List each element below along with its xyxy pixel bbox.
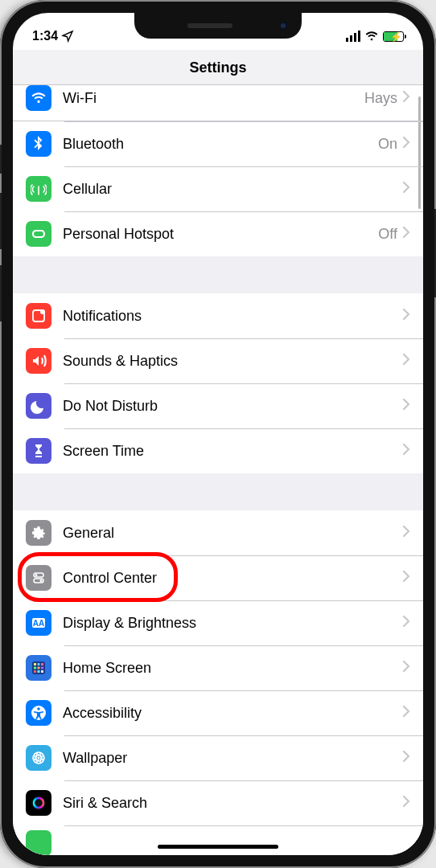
controlcenter-icon — [26, 565, 51, 591]
dnd-icon — [26, 393, 51, 419]
wifi-status-icon — [365, 30, 378, 43]
sounds-icon — [26, 348, 51, 374]
chevron-right-icon — [402, 570, 410, 586]
settings-row-display-brightness[interactable]: Display & Brightness — [13, 600, 423, 645]
settings-row-sounds-haptics[interactable]: Sounds & Haptics — [13, 338, 423, 383]
screentime-icon — [26, 438, 51, 464]
row-value: On — [378, 136, 397, 153]
bluetooth-icon — [26, 131, 51, 157]
settings-row-accessibility[interactable]: Accessibility — [13, 690, 423, 735]
chevron-right-icon — [402, 181, 410, 197]
chevron-right-icon — [402, 660, 410, 676]
row-label: Do Not Disturb — [63, 398, 402, 415]
row-label: Accessibility — [63, 705, 402, 722]
notch — [134, 13, 302, 39]
notifications-icon — [26, 303, 51, 329]
screen: 1:34 ⚡ Settings Wi-FiHaysBluetoothOnCell… — [13, 13, 423, 855]
section-separator — [13, 256, 423, 293]
settings-row-wallpaper[interactable]: Wallpaper — [13, 735, 423, 780]
chevron-right-icon — [402, 443, 410, 459]
chevron-right-icon — [402, 398, 410, 414]
row-label: Notifications — [63, 308, 402, 325]
homescreen-icon — [26, 655, 51, 681]
device-frame: 1:34 ⚡ Settings Wi-FiHaysBluetoothOnCell… — [0, 0, 436, 868]
settings-row-notifications[interactable]: Notifications — [13, 293, 423, 338]
row-value: Off — [378, 226, 397, 243]
settings-row-wi-fi[interactable]: Wi-FiHays — [13, 85, 423, 121]
row-label: Wi-Fi — [63, 90, 364, 107]
row-label: Personal Hotspot — [63, 226, 378, 243]
home-indicator[interactable] — [158, 845, 278, 849]
chevron-right-icon — [402, 615, 410, 631]
row-label: Cellular — [63, 181, 402, 198]
chevron-right-icon — [402, 90, 410, 106]
chevron-right-icon — [402, 705, 410, 721]
settings-list[interactable]: Wi-FiHaysBluetoothOnCellularPersonal Hot… — [13, 85, 423, 855]
volume-up — [0, 193, 2, 249]
settings-row-general[interactable]: General — [13, 510, 423, 555]
row-label: Control Center — [63, 570, 402, 587]
chevron-right-icon — [402, 750, 410, 766]
settings-row-control-center[interactable]: Control Center — [13, 555, 423, 600]
wallpaper-icon — [26, 745, 51, 771]
status-time: 1:34 — [32, 29, 58, 43]
accessibility-icon — [26, 700, 51, 726]
hotspot-icon — [26, 221, 51, 247]
settings-row-personal-hotspot[interactable]: Personal HotspotOff — [13, 211, 423, 256]
cellular-icon — [26, 176, 51, 202]
settings-row-next[interactable] — [13, 825, 423, 855]
row-label: Screen Time — [63, 443, 402, 460]
chevron-right-icon — [402, 136, 410, 152]
chevron-right-icon — [402, 795, 410, 811]
settings-row-bluetooth[interactable]: BluetoothOn — [13, 121, 423, 166]
chevron-right-icon — [402, 525, 410, 541]
settings-row-siri-search[interactable]: Siri & Search — [13, 780, 423, 825]
row-label: Sounds & Haptics — [63, 353, 402, 370]
nav-title: Settings — [13, 50, 423, 85]
row-label: Display & Brightness — [63, 615, 402, 632]
row-label: Home Screen — [63, 660, 402, 677]
row-value: Hays — [364, 90, 397, 107]
chevron-right-icon — [402, 308, 410, 324]
settings-row-home-screen[interactable]: Home Screen — [13, 645, 423, 690]
location-icon — [61, 30, 74, 43]
settings-row-cellular[interactable]: Cellular — [13, 166, 423, 211]
next-partial — [26, 830, 51, 855]
wifi-icon — [26, 85, 51, 111]
charging-icon: ⚡ — [390, 31, 402, 43]
chevron-right-icon — [402, 353, 410, 369]
chevron-right-icon — [402, 226, 410, 242]
settings-row-screen-time[interactable]: Screen Time — [13, 428, 423, 473]
volume-down — [0, 265, 2, 321]
display-icon — [26, 610, 51, 636]
mute-switch — [0, 145, 2, 174]
row-label: Wallpaper — [63, 750, 402, 767]
battery-icon: ⚡ — [383, 31, 404, 42]
general-icon — [26, 520, 51, 546]
cellular-signal-icon — [346, 31, 360, 42]
siri-icon — [26, 790, 51, 816]
settings-row-do-not-disturb[interactable]: Do Not Disturb — [13, 383, 423, 428]
row-label: Siri & Search — [63, 795, 402, 812]
section-separator — [13, 473, 423, 510]
row-label: Bluetooth — [63, 136, 378, 153]
row-label: General — [63, 525, 402, 542]
